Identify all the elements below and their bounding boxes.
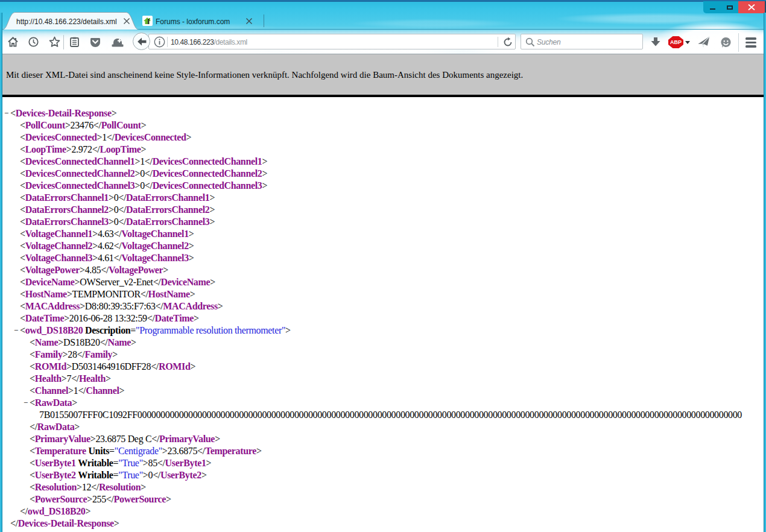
xml-line: <Name>DS18B20</Name> [2, 337, 764, 349]
adblock-plus-button[interactable]: ABP [668, 36, 683, 48]
xml-line: <DataErrorsChannel3>0</DataErrorsChannel… [2, 216, 764, 228]
xml-line: −<RawData> [2, 397, 764, 409]
minimize-icon [710, 8, 715, 10]
back-button[interactable] [133, 33, 150, 50]
info-icon[interactable] [154, 36, 165, 48]
search-icon [525, 37, 535, 47]
xml-line: −<Devices-Detail-Response> [2, 107, 764, 119]
xml-line: <DevicesConnected>1</DevicesConnected> [2, 131, 764, 144]
adblock-icon: ABP [668, 36, 683, 48]
adblock-label: ABP [670, 39, 682, 45]
reading-list-icon[interactable] [69, 37, 80, 47]
xml-line: <Channel>1</Channel> [2, 385, 764, 397]
xml-tree: −<Devices-Detail-Response><PollCount>234… [2, 97, 764, 532]
xml-line: <UserByte2 Writable="True">0</UserByte2> [2, 469, 764, 481]
page-content: Mit dieser XML-Datei sind anscheinend ke… [0, 54, 766, 532]
xml-line: <Health>7</Health> [2, 373, 764, 385]
xml-line: <UserByte1 Writable="True">85</UserByte1… [2, 457, 764, 469]
url-path: /details.xml [214, 38, 247, 46]
xml-line: <DataErrorsChannel2>0</DataErrorsChannel… [2, 204, 764, 216]
close-icon [748, 4, 755, 10]
urlbar-separator [167, 37, 168, 47]
xml-collapse-toggle[interactable]: − [14, 325, 18, 337]
background-tab-close-icon[interactable] [245, 17, 253, 25]
window-minimize-button[interactable] [703, 1, 721, 13]
adblock-dropdown-caret[interactable] [685, 41, 690, 44]
search-placeholder: Suchen [537, 38, 561, 46]
addons-icon[interactable] [112, 37, 124, 47]
xml-line: <DeviceName>OWServer_v2-Enet</DeviceName… [2, 276, 764, 288]
loxforum-favicon [142, 16, 153, 26]
browser-window: http://10.48.166.223/details.xml Forums … [0, 0, 766, 532]
search-box[interactable]: Suchen [521, 34, 643, 49]
menu-button[interactable] [745, 37, 756, 48]
xml-line: <VoltageChannel2>4.62</VoltageChannel2> [2, 240, 764, 252]
xml-line: <DateTime>2016-06-28 13:32:59</DateTime> [2, 312, 764, 325]
active-tab-close-icon[interactable] [123, 17, 130, 25]
window-maximize-button[interactable] [721, 1, 738, 13]
xml-line: <DevicesConnectedChannel1>1</DevicesConn… [2, 156, 764, 168]
xml-line: </RawData> [2, 421, 764, 433]
xml-line: </owd_DS18B20> [2, 505, 764, 518]
reload-icon[interactable] [502, 37, 513, 48]
home-icon[interactable] [8, 37, 18, 47]
active-tab-title[interactable]: http://10.48.166.223/details.xml [16, 17, 117, 27]
url-host: 10.48.166.223 [171, 38, 214, 46]
xml-line: <PollCount>23476</PollCount> [2, 119, 764, 131]
xml-collapse-toggle[interactable]: − [24, 397, 28, 409]
window-close-button[interactable] [738, 1, 765, 13]
xml-line: <ROMId>D5031464916DFF28</ROMId> [2, 361, 764, 373]
tab-separator [264, 14, 264, 27]
xml-line: <LoopTime>2.972</LoopTime> [2, 144, 764, 156]
xml-line: <Family>28</Family> [2, 349, 764, 361]
xml-line: <VoltageChannel3>4.61</VoltageChannel3> [2, 252, 764, 264]
xml-collapse-toggle[interactable]: − [4, 107, 8, 119]
send-icon[interactable] [697, 36, 711, 49]
pocket-icon[interactable] [90, 37, 101, 48]
menu-icon [745, 37, 756, 40]
url-text[interactable]: 10.48.166.223/details.xml [171, 38, 247, 46]
xml-line: <DevicesConnectedChannel3>0</DevicesConn… [2, 180, 764, 192]
xml-line: <DevicesConnectedChannel2>0</DevicesConn… [2, 168, 764, 180]
xml-line: <HostName>TEMPMONITOR</HostName> [2, 288, 764, 300]
background-tab-title[interactable]: Forums - loxforum.com [156, 17, 234, 27]
xml-line: <DataErrorsChannel1>0</DataErrorsChannel… [2, 192, 764, 204]
toolbar-separator [63, 35, 64, 49]
xml-line: 7B0155007FFF0C1092FF00000000000000000000… [2, 409, 764, 421]
xml-line: <Temperature Units="Centigrade">23.6875<… [2, 445, 764, 457]
back-icon [137, 37, 147, 46]
toolbar-separator-right [738, 33, 739, 52]
maximize-icon [727, 5, 733, 10]
xml-line: <PowerSource>255</PowerSource> [2, 493, 764, 505]
window-left-border [0, 13, 2, 532]
xml-style-notice-text: Mit dieser XML-Datei sind anscheinend ke… [6, 70, 523, 80]
xml-line: <Resolution>12</Resolution> [2, 481, 764, 493]
bookmark-star-icon[interactable] [49, 36, 60, 48]
xml-line: <VoltagePower>4.85</VoltagePower> [2, 264, 764, 276]
url-bar[interactable]: 10.48.166.223/details.xml [148, 34, 516, 49]
urlbar-separator-right [498, 37, 498, 47]
download-icon[interactable] [651, 37, 660, 46]
xml-line: −<owd_DS18B20 Description="Programmable … [2, 325, 764, 337]
xml-style-notice: Mit dieser XML-Datei sind anscheinend ke… [2, 54, 764, 97]
window-right-border [764, 13, 766, 532]
chat-smiley-icon[interactable] [720, 37, 732, 48]
history-icon[interactable] [28, 37, 39, 47]
xml-line: <VoltageChannel1>4.63</VoltageChannel1> [2, 228, 764, 240]
xml-line: <PrimaryValue>23.6875 Deg C</PrimaryValu… [2, 433, 764, 445]
xml-line: <MACAddress>D8:80:39:35:F7:63</MACAddres… [2, 300, 764, 312]
xml-line: </Devices-Detail-Response> [2, 518, 764, 530]
